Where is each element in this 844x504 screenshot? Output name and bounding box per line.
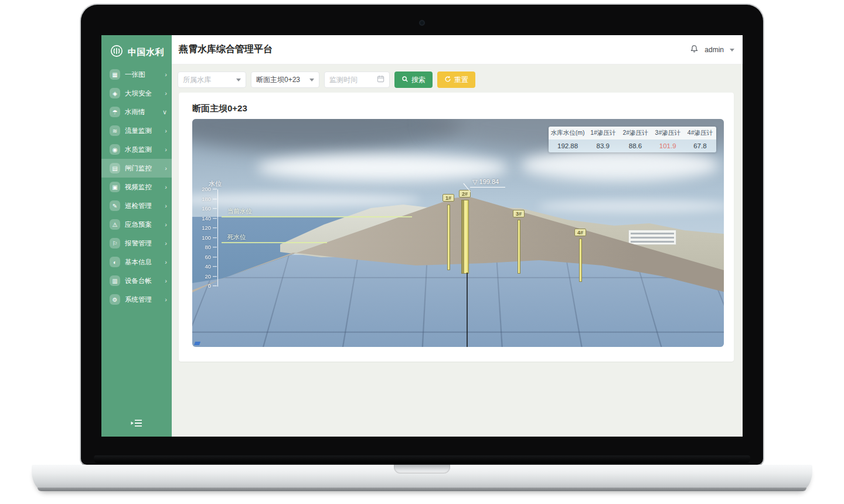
sidebar-item-video-monitoring[interactable]: ▣ 视频监控 › — [101, 178, 172, 196]
chevron-right-icon: › — [160, 127, 167, 134]
app-window: 中国水利 ▦ 一张图 › ◈ 大坝安全 › ☂ 水雨情 — [101, 35, 743, 437]
search-icon — [401, 76, 409, 84]
piezometer-tube-2 — [461, 200, 469, 274]
chevron-right-icon: › — [160, 183, 167, 190]
emergency-icon: ⚠ — [110, 219, 120, 230]
piezometer-tag-3[interactable]: 3# — [513, 210, 525, 217]
laptop-lid-notch — [394, 465, 450, 474]
info-icon: ◐ — [110, 257, 120, 267]
settings-icon: ⚙ — [110, 294, 120, 305]
reservoir-select[interactable]: 所属水库 — [178, 71, 246, 88]
section-title: 断面主坝0+23 — [192, 103, 247, 114]
chevron-right-icon: › — [160, 90, 167, 97]
sidebar-nav: ▦ 一张图 › ◈ 大坝安全 › ☂ 水雨情 ∨ ≋ — [101, 65, 172, 309]
monitor-time-input[interactable]: 监测时间 — [324, 71, 390, 88]
water-quality-icon: ◉ — [110, 144, 120, 155]
chevron-right-icon: › — [160, 71, 167, 78]
map-icon: ▦ — [110, 69, 120, 80]
china-water-logo-icon — [110, 45, 123, 60]
shield-icon: ◈ — [110, 88, 120, 98]
dam-3d-viewport[interactable]: 水位 200 180 160 140 120 100 80 60 40 20 — [192, 119, 724, 347]
chevron-right-icon: › — [160, 165, 167, 172]
sidebar-item-system-management[interactable]: ⚙ 系统管理 › — [101, 290, 172, 309]
sidebar-item-inspection[interactable]: ✎ 巡检管理 › — [101, 196, 172, 215]
content: 所属水库 断面主坝0+23 监测时间 — [172, 64, 743, 437]
equipment-icon: ▥ — [110, 275, 120, 286]
laptop-hinge — [94, 455, 750, 464]
brand: 中国水利 — [101, 35, 172, 67]
chevron-right-icon: › — [160, 296, 167, 303]
page-title: 燕霄水库综合管理平台 — [179, 43, 273, 56]
dead-water-level-label: 死水位 — [227, 233, 246, 241]
rain-icon: ☂ — [110, 107, 120, 117]
sidebar-item-one-map[interactable]: ▦ 一张图 › — [101, 65, 172, 84]
user-menu[interactable]: admin — [705, 46, 724, 54]
sidebar: 中国水利 ▦ 一张图 › ◈ 大坝安全 › ☂ 水雨情 — [101, 35, 172, 437]
webcam-dot — [420, 21, 424, 25]
chevron-right-icon: › — [160, 146, 167, 153]
piezometer-tag-4[interactable]: 4# — [574, 229, 586, 236]
piezometer-tube-1 — [447, 205, 450, 270]
office-building — [628, 230, 676, 245]
elevation-leader-line — [470, 187, 505, 188]
elevation-annotation: ▽ 199.84 — [472, 178, 499, 186]
piezometer-readings-table: 水库水位(m) 1#渗压计 2#渗压计 3#渗压计 4#渗压计 192.88 8… — [549, 127, 716, 152]
filter-bar: 所属水库 断面主坝0+23 监测时间 — [178, 71, 475, 88]
laptop-mockup: 中国水利 ▦ 一张图 › ◈ 大坝安全 › ☂ 水雨情 — [0, 0, 844, 504]
table-value-row: 192.88 83.9 88.6 101.9 67.8 — [549, 139, 716, 152]
sidebar-item-water-rain[interactable]: ☂ 水雨情 ∨ — [101, 103, 172, 121]
brand-name: 中国水利 — [128, 47, 164, 58]
flow-icon: ≋ — [110, 125, 120, 136]
sidebar-item-equipment-ledger[interactable]: ▥ 设备台帐 › — [101, 271, 172, 290]
section-card: 断面主坝0+23 — [179, 93, 734, 362]
user-caret-icon[interactable] — [730, 49, 734, 52]
inspection-icon: ✎ — [110, 200, 120, 211]
current-water-level-label: 当前水位 — [227, 207, 252, 216]
chevron-right-icon: › — [160, 258, 167, 265]
sidebar-item-dam-safety[interactable]: ◈ 大坝安全 › — [101, 84, 172, 103]
section-axis-line — [467, 273, 468, 347]
sidebar-item-water-quality[interactable]: ◉ 水质监测 › — [101, 140, 172, 159]
alarm-icon: ⚐ — [110, 238, 120, 248]
sidebar-item-basic-info[interactable]: ◐ 基本信息 › — [101, 253, 172, 271]
laptop-base — [32, 465, 812, 491]
cloud — [538, 200, 724, 213]
current-water-level-line — [222, 216, 412, 217]
sidebar-item-gate-monitoring[interactable]: ▤ 闸门监控 › — [101, 159, 172, 178]
laptop-screen-bezel: 中国水利 ▦ 一张图 › ◈ 大坝安全 › ☂ 水雨情 — [80, 4, 764, 466]
sidebar-item-alarm-management[interactable]: ⚐ 报警管理 › — [101, 234, 172, 253]
piezometer-tag-2[interactable]: 2# — [459, 190, 471, 197]
alarm-value: 101.9 — [652, 139, 684, 152]
refresh-icon — [444, 76, 451, 84]
piezometer-tube-4 — [579, 239, 582, 282]
notification-bell-icon[interactable] — [690, 45, 699, 56]
sidebar-item-emergency-plan[interactable]: ⚠ 应急预案 › — [101, 215, 172, 234]
main-area: 燕霄水库综合管理平台 admin 所属水库 — [172, 35, 743, 437]
chevron-down-icon: ∨ — [160, 108, 167, 116]
select-caret-icon — [236, 79, 241, 81]
select-caret-icon — [309, 79, 314, 81]
chevron-right-icon: › — [160, 202, 167, 209]
gate-icon: ▤ — [110, 163, 120, 173]
reset-button[interactable]: 重置 — [437, 71, 475, 88]
chevron-right-icon: › — [160, 240, 167, 247]
search-button[interactable]: 搜索 — [394, 71, 433, 88]
piezometer-tag-1[interactable]: 1# — [443, 194, 454, 202]
calendar-icon — [377, 75, 384, 84]
chevron-right-icon: › — [160, 221, 167, 228]
section-select[interactable]: 断面主坝0+23 — [251, 71, 319, 88]
topbar-right: admin — [690, 35, 734, 64]
piezometer-tube-3 — [518, 220, 520, 274]
sidebar-item-flow-monitoring[interactable]: ≋ 流量监测 › — [101, 121, 172, 140]
cloud — [520, 149, 720, 181]
dead-water-level-line — [222, 242, 327, 243]
scale-axis — [217, 189, 218, 287]
sidebar-collapse-icon[interactable] — [131, 419, 142, 430]
cloud — [257, 154, 509, 181]
chevron-right-icon: › — [160, 277, 167, 284]
topbar: 燕霄水库综合管理平台 admin — [172, 35, 743, 64]
table-header-row: 水库水位(m) 1#渗压计 2#渗压计 3#渗压计 4#渗压计 — [549, 127, 716, 139]
video-icon: ▣ — [110, 182, 120, 192]
